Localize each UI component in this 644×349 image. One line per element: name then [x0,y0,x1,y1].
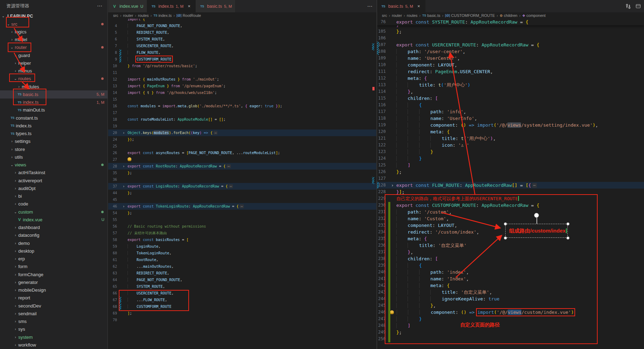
tree-item-system[interactable]: ›system [0,333,108,341]
tree-item-menus[interactable]: ›menus [0,67,108,75]
tree-item-model[interactable]: ›model [0,36,108,44]
tree-item-erp[interactable]: ›erp [0,255,108,263]
code-line-128: 128›export const FLOW_ROUTE: AppRouteRec… [377,182,644,189]
code-editor-basic-ts[interactable]: 76export const SYSTEM_ROUTE: AppRouteRec… [377,19,644,349]
tree-item-mainOut-ts[interactable]: TSmainOut.ts [0,106,108,114]
tree-item-actHiTaskinst[interactable]: ›actHiTaskinst [0,169,108,177]
tree-item-types-ts[interactable]: TStypes.ts [0,130,108,138]
tree-item-dashboard[interactable]: ›dashboard [0,224,108,231]
tree-item-logics[interactable]: ›logics [0,28,108,36]
tree-item-demo[interactable]: ›demo [0,239,108,247]
breadcrumb-segment[interactable]: CUSTOMFORM_ROUTE [451,13,495,18]
tree-item-label: custom [18,209,33,215]
tree-item-secondDev[interactable]: ›secondDev [0,302,108,310]
open-changes-icon[interactable] [625,4,631,9]
editor-group-right: TSbasic.ts5, M× src›router›routes›TSbasi… [377,0,644,349]
code-line-partial: import { [108,19,376,23]
tree-item-custom[interactable]: ⌄custom [0,208,108,216]
tree-item-routes[interactable]: ⌄routes [0,75,108,83]
code-line-229: 229自己定义的路由，格式可以参考上面的USERCENTER_ROUTE [377,195,644,202]
tree-item-index-ts[interactable]: TSindex.ts1, M [0,99,108,106]
breadcrumb-segment[interactable]: index.ts [158,13,172,18]
close-tab-icon[interactable]: × [186,4,192,9]
tree-item-workflow[interactable]: ›workflow [0,341,108,349]
code-line-234: 234 redirect: '/custom/index', [377,229,644,235]
breadcrumb-segment[interactable]: routes [407,13,418,18]
ts-breadcrumb-icon: TS [154,14,157,17]
ts-file-icon: TS [9,116,16,120]
tree-item-utils[interactable]: ›utils [0,153,108,161]
tree-item-views[interactable]: ⌄views [0,161,108,169]
tree-item-sendmail[interactable]: ›sendmail [0,310,108,317]
tree-item-label: model [15,37,27,42]
tree-item-helper[interactable]: ›helper [0,59,108,67]
ts-file-icon: TS [16,101,23,104]
code-line-67: 67 ...FLOW_ROUTE, [108,297,376,303]
tree-item-guard[interactable]: ›guard [0,51,108,59]
code-line-110: 110 component: LAYOUT, [377,62,644,68]
tree-item-activereport[interactable]: ›activereport [0,177,108,184]
tab-basic-ts[interactable]: TSbasic.ts5, M [196,0,236,12]
code-line-105: 105}; [377,28,644,35]
editor-more-actions-icon[interactable]: ⋯ [367,3,373,9]
tree-item-constant-ts[interactable]: TSconstant.ts [0,114,108,122]
code-line-121: 121 title: t('用户中心'), [377,135,644,142]
breadcrumb-segment[interactable]: children [504,13,518,18]
code-line-70: 70 [108,317,376,323]
breadcrumb-segment[interactable]: src [113,13,118,18]
tree-item-index-vue[interactable]: Vindex.vueU [0,216,108,223]
tree-item-src[interactable]: ⌄src [0,20,108,28]
tab-index-ts[interactable]: TSindex.ts1, M× [147,0,196,12]
lightbulb-icon [128,157,131,161]
sym-breadcrumb-icon: [@] [445,14,450,17]
editor-group-middle: Vindex.vueUTSindex.ts1, M×TSbasic.ts5, M… [108,0,376,349]
code-editor-index-ts[interactable]: import {4 PAGE_NOT_FOUND_ROUTE,5 REDIREC… [108,19,376,349]
breadcrumb-middle[interactable]: src›router›routes›TSindex.ts›[@]RootRout… [108,12,376,19]
breadcrumb-right[interactable]: src›router›routes›TSbasic.ts›[@]CUSTOMFO… [377,12,644,19]
tree-item-code[interactable]: ›code [0,200,108,208]
breadcrumb-segment[interactable]: routes [138,13,149,18]
tree-item-desktop[interactable]: ›desktop [0,247,108,255]
tree-item-dataconfig[interactable]: ›dataconfig [0,231,108,239]
tree-item-mobileDesign[interactable]: ›mobileDesign [0,286,108,294]
git-status-dot-icon [101,46,104,49]
ts-file-icon: TS [16,108,23,112]
tree-item-router[interactable]: ⌄router [0,44,108,51]
tree-item-sms[interactable]: ›sms [0,318,108,325]
breadcrumb-segment[interactable]: component [526,13,545,18]
tree-item-store[interactable]: ›store [0,145,108,153]
tab-basic-ts[interactable]: TSbasic.ts5, M× [377,0,425,12]
tree-item-report[interactable]: ›report [0,294,108,302]
code-line-239: 239 { [377,262,644,269]
tree-item-label: utils [15,154,23,160]
tree-item-bi[interactable]: ›bi [0,192,108,200]
tree-item-basic-ts[interactable]: TSbasic.ts5, M [0,90,108,98]
breadcrumb-segment[interactable]: router [123,13,133,18]
breadcrumb-segment[interactable]: router [392,13,402,18]
code-line-17: 17 [108,109,376,116]
code-line-228: 228}]; [377,189,644,195]
tree-item-modules[interactable]: ›modules [0,83,108,90]
tree-item-label: bi [18,193,22,199]
code-line-35: 35}; [108,170,376,176]
tree-item-settings[interactable]: ›settings [0,138,108,145]
split-editor-icon[interactable] [636,4,640,8]
tab-index-vue[interactable]: Vindex.vueU [108,0,147,12]
close-tab-icon[interactable]: × [416,4,422,9]
tree-item-generator[interactable]: ›generator [0,278,108,286]
breadcrumb-segment[interactable]: basic.ts [427,13,440,18]
tree-item-formChange[interactable]: ›formChange [0,271,108,278]
code-line-246: 246 component: () => import('/@/views/cu… [377,309,644,316]
tree-item-label: mainOut.ts [23,107,45,113]
tree-item-label: modules [22,84,39,89]
explorer-more-actions-icon[interactable]: ⋯ [97,3,103,9]
tree-item-index-ts[interactable]: TSindex.ts [0,122,108,129]
workspace-root[interactable]: ⌄ LEARUN PC [0,12,108,20]
tree-item-label: dataconfig [18,233,39,238]
tree-item-auditOpt[interactable]: ›auditOpt [0,184,108,192]
wrench-breadcrumb-icon: ⚙ [500,14,503,18]
tree-item-form[interactable]: ›form [0,263,108,271]
breadcrumb-segment[interactable]: RootRoute [183,13,201,18]
tree-item-sys[interactable]: ›sys [0,325,108,333]
breadcrumb-segment[interactable]: src [382,13,387,18]
